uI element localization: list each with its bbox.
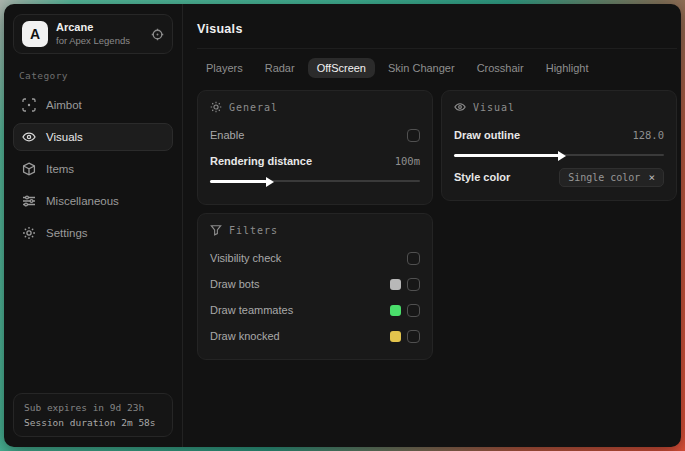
- panel-title: Filters: [229, 225, 278, 236]
- sidebar-item-label: Settings: [46, 227, 88, 239]
- sidebar-item-aimbot[interactable]: Aimbot: [13, 91, 173, 119]
- sidebar-item-label: Miscellaneous: [46, 195, 119, 207]
- sun-icon: [210, 101, 222, 113]
- enable-checkbox[interactable]: [407, 129, 420, 142]
- sidebar-item-label: Visuals: [46, 131, 83, 143]
- draw-outline-slider[interactable]: [454, 150, 664, 160]
- draw-teammates-checkbox[interactable]: [407, 304, 420, 317]
- draw-outline-label: Draw outline: [454, 129, 520, 141]
- tab-highlight[interactable]: Highlight: [537, 58, 598, 78]
- slider-thumb[interactable]: [266, 177, 274, 187]
- page-title: Visuals: [197, 18, 677, 49]
- draw-teammates-label: Draw teammates: [210, 304, 293, 316]
- scan-icon: [22, 98, 36, 112]
- draw-outline-value: 128.0: [632, 129, 664, 141]
- draw-knocked-checkbox[interactable]: [407, 330, 420, 343]
- draw-bots-label: Draw bots: [210, 278, 260, 290]
- filters-panel: Filters Visibility check Draw bots: [197, 213, 433, 360]
- rendering-distance-value: 100m: [395, 155, 420, 167]
- draw-knocked-color-swatch[interactable]: [390, 331, 401, 342]
- subscription-info: Sub expires in 9d 23h Session duration 2…: [13, 393, 173, 437]
- tab-radar[interactable]: Radar: [256, 58, 304, 78]
- visibility-check-label: Visibility check: [210, 252, 281, 264]
- sidebar-item-items[interactable]: Items: [13, 155, 173, 183]
- tab-players[interactable]: Players: [197, 58, 252, 78]
- eye-icon: [22, 130, 36, 144]
- draw-bots-checkbox[interactable]: [407, 278, 420, 291]
- eye-icon: [454, 101, 466, 113]
- sidebar-item-label: Aimbot: [46, 99, 82, 111]
- tab-crosshair[interactable]: Crosshair: [468, 58, 533, 78]
- sidebar-item-visuals[interactable]: Visuals: [13, 123, 173, 151]
- tab-offscreen[interactable]: OffScreen: [308, 58, 375, 78]
- draw-knocked-label: Draw knocked: [210, 330, 280, 342]
- sidebar-item-settings[interactable]: Settings: [13, 219, 173, 247]
- app-window: A Arcane for Apex Legends Category Aimbo: [4, 4, 681, 447]
- draw-bots-color-swatch[interactable]: [390, 279, 401, 290]
- box-icon: [22, 162, 36, 176]
- panel-title: General: [229, 102, 278, 113]
- session-duration-text: Session duration 2m 58s: [24, 417, 162, 428]
- funnel-icon: [210, 224, 222, 236]
- visual-panel: Visual Draw outline 128.0 Style color: [441, 90, 677, 201]
- sub-expires-text: Sub expires in 9d 23h: [24, 402, 162, 413]
- app-name: Arcane: [56, 21, 143, 35]
- clear-icon[interactable]: ×: [648, 172, 655, 183]
- rendering-distance-label: Rendering distance: [210, 155, 312, 167]
- main-content: Visuals Players Radar OffScreen Skin Cha…: [183, 4, 681, 447]
- style-color-label: Style color: [454, 171, 510, 183]
- category-label: Category: [19, 70, 167, 81]
- panel-title: Visual: [473, 102, 515, 113]
- draw-teammates-color-swatch[interactable]: [390, 305, 401, 316]
- enable-label: Enable: [210, 129, 244, 141]
- brand-card: A Arcane for Apex Legends: [13, 14, 173, 54]
- style-color-value: Single color: [568, 172, 640, 183]
- app-subtitle: for Apex Legends: [56, 35, 143, 47]
- visibility-check-checkbox[interactable]: [407, 252, 420, 265]
- target-icon[interactable]: [151, 28, 164, 41]
- gear-icon: [22, 226, 36, 240]
- sidebar: A Arcane for Apex Legends Category Aimbo: [4, 4, 183, 447]
- app-logo: A: [22, 21, 48, 47]
- rendering-distance-slider[interactable]: [210, 176, 420, 186]
- sidebar-item-miscellaneous[interactable]: Miscellaneous: [13, 187, 173, 215]
- slider-thumb[interactable]: [558, 151, 566, 161]
- general-panel: General Enable Rendering distance 100m: [197, 90, 433, 205]
- tab-skin-changer[interactable]: Skin Changer: [379, 58, 464, 78]
- tab-bar: Players Radar OffScreen Skin Changer Cro…: [197, 58, 677, 78]
- sidebar-item-label: Items: [46, 163, 74, 175]
- sliders-icon: [22, 194, 36, 208]
- style-color-select[interactable]: Single color ×: [559, 168, 664, 187]
